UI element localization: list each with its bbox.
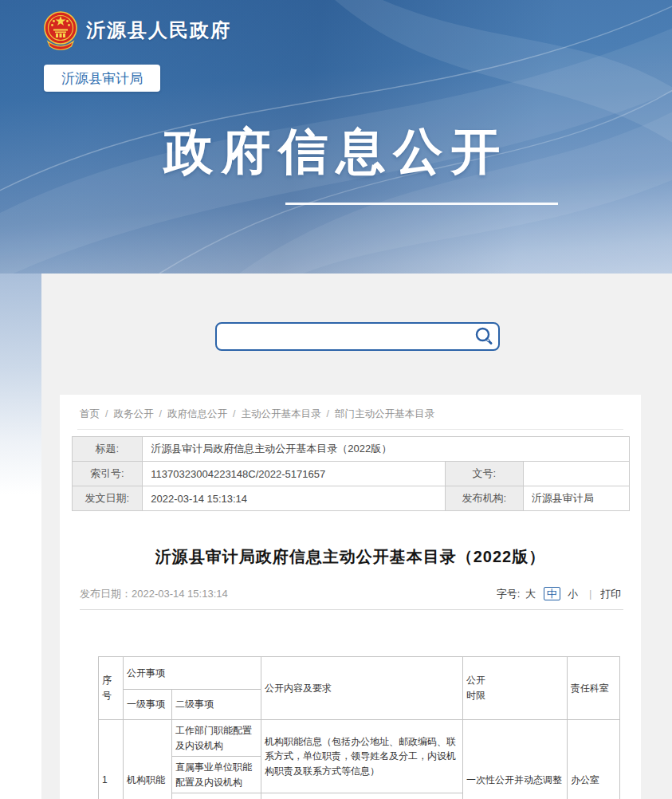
breadcrumb-separator: / — [105, 408, 108, 419]
article-title: 沂源县审计局政府信息主动公开基本目录（2022版） — [60, 546, 641, 568]
search-icon — [474, 326, 494, 347]
content-panel: 首页/政务公开/政府信息公开/主动公开基本目录/部门主动公开基本目录 标题: 沂… — [60, 395, 641, 799]
meta-index-value: 11370323004223148C/2022-5171657 — [143, 462, 446, 486]
national-emblem-icon — [44, 8, 77, 53]
cell-sub2: 直属事业单位职能配置及内设机构 — [172, 757, 261, 793]
print-button[interactable]: 打印 — [600, 588, 621, 600]
header-items-group: 公开事项 — [124, 657, 261, 690]
publish-date-label: 发布日期： — [80, 588, 132, 600]
meta-row-index: 索引号: 11370323004223148C/2022-5171657 文号: — [72, 462, 629, 486]
breadcrumb-separator: / — [326, 408, 328, 419]
breadcrumb-home[interactable]: 首页 — [80, 408, 100, 419]
font-size-controls: 字号: 大 中 小 | 打印 — [497, 587, 621, 601]
cell-level1: 机构职能 — [124, 720, 172, 799]
meta-row-title: 标题: 沂源县审计局政府信息主动公开基本目录（2022版） — [72, 437, 629, 462]
publish-date-value: 2022-03-14 15:13:14 — [132, 588, 228, 600]
header-content: 公开内容及要求 — [261, 657, 463, 720]
header-time-limit: 公开时限 — [463, 657, 568, 720]
meta-org-label: 发布机构: — [445, 486, 523, 511]
left-edge-fade — [0, 274, 41, 799]
search-input[interactable] — [217, 324, 470, 349]
banner-page-title: 政府信息公开 — [0, 118, 672, 185]
font-size-small[interactable]: 小 — [568, 588, 578, 600]
cell-no: 1 — [99, 720, 124, 799]
cell-time-limit: 一次性公开并动态调整 — [463, 720, 568, 799]
meta-date-value: 2022-03-14 15:13:14 — [143, 486, 446, 511]
breadcrumb-dept-catalog[interactable]: 部门主动公开基本目录 — [335, 408, 434, 419]
meta-index-label: 索引号: — [72, 462, 143, 486]
catalog-header-row-1: 序号 公开事项 公开内容及要求 公开时限 责任科室 — [99, 657, 620, 690]
publish-date: 发布日期：2022-03-14 15:13:14 — [80, 587, 228, 601]
catalog-row-1a: 1 机构职能 工作部门职能配置及内设机构 机构职能信息（包括办公地址、邮政编码、… — [99, 720, 620, 757]
header-level2: 二级事项 — [172, 690, 261, 720]
meta-title-value: 沂源县审计局政府信息主动公开基本目录（2022版） — [143, 437, 629, 462]
breadcrumb-zdgk-catalog[interactable]: 主动公开基本目录 — [241, 408, 320, 419]
page: 沂源县人民政府 沂源县审计局 政府信息公开 首页/政务公开/政府信息公开/主动公… — [0, 0, 672, 799]
dept-tab-button[interactable]: 沂源县审计局 — [44, 65, 160, 92]
breadcrumb-zfxxgk[interactable]: 政府信息公开 — [167, 408, 227, 419]
article-divider — [80, 609, 623, 610]
header-level1: 一级事项 — [124, 690, 172, 720]
font-size-medium[interactable]: 中 — [544, 587, 560, 600]
breadcrumb-separator: / — [233, 408, 235, 419]
breadcrumb-zwgk[interactable]: 政务公开 — [113, 408, 153, 419]
meta-docno-value — [523, 462, 629, 486]
article-meta-row: 发布日期：2022-03-14 15:13:14 字号: 大 中 小 | 打印 — [80, 587, 621, 601]
cell-content-1-2: 机构职能信息（包括办公地址、邮政编码、联系方式，单位职责，领导姓名及分工，内设机… — [261, 720, 463, 793]
cell-content-3: 职责任务清单 — [261, 793, 463, 799]
document-meta-table: 标题: 沂源县审计局政府信息主动公开基本目录（2022版） 索引号: 11370… — [72, 436, 630, 511]
font-size-large[interactable]: 大 — [525, 588, 536, 600]
banner-title-underline — [285, 203, 558, 205]
search-box — [215, 322, 500, 351]
font-size-label: 字号: — [497, 588, 521, 600]
header-no: 序号 — [99, 657, 124, 720]
breadcrumb: 首页/政务公开/政府信息公开/主动公开基本目录/部门主动公开基本目录 — [77, 395, 623, 430]
meta-org-value: 沂源县审计局 — [523, 486, 629, 511]
cell-dept: 办公室 — [568, 720, 620, 799]
gov-name: 沂源县人民政府 — [86, 18, 231, 43]
controls-divider: | — [589, 588, 591, 600]
cell-sub1: 工作部门职能配置及内设机构 — [172, 720, 261, 757]
cell-sub3: 职责任务清单 — [172, 793, 261, 799]
catalog-table: 序号 公开事项 公开内容及要求 公开时限 责任科室 一级事项 二级事项 1 机构… — [98, 656, 620, 799]
meta-docno-label: 文号: — [445, 462, 523, 486]
site-logo[interactable]: 沂源县人民政府 — [44, 8, 231, 53]
meta-title-label: 标题: — [72, 437, 143, 462]
meta-row-date: 发文日期: 2022-03-14 15:13:14 发布机构: 沂源县审计局 — [72, 486, 629, 511]
search-button[interactable] — [470, 324, 498, 349]
banner: 沂源县人民政府 沂源县审计局 政府信息公开 — [0, 0, 672, 274]
header-dept: 责任科室 — [568, 657, 620, 720]
breadcrumb-separator: / — [159, 408, 161, 419]
meta-date-label: 发文日期: — [72, 486, 143, 511]
